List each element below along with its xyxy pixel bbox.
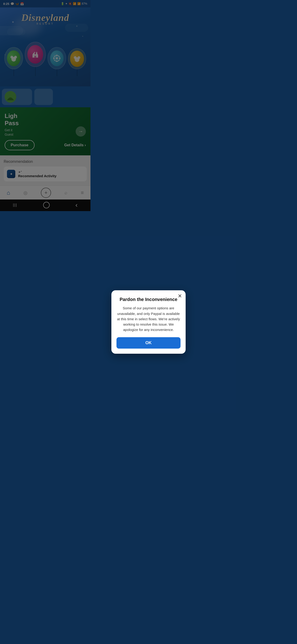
modal-overlay[interactable]: ✕ Pardon the Inconvenience Some of our p… — [0, 0, 90, 369]
